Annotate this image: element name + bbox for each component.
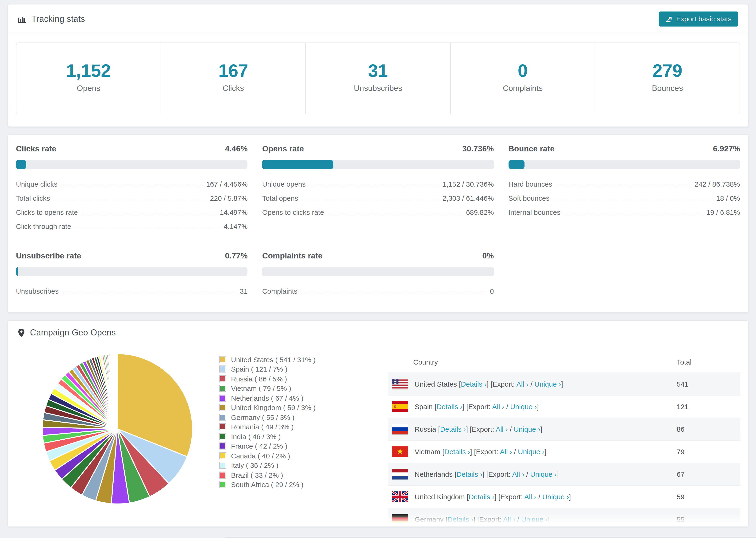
legend-item: United States ( 541 / 31% ) bbox=[219, 355, 387, 364]
legend-item: Netherlands ( 67 / 4% ) bbox=[219, 393, 387, 403]
rates-card: Clicks rate 4.46% Unique clicks 167 / 4.… bbox=[8, 134, 748, 313]
geo-card-header: Campaign Geo Opens bbox=[8, 321, 748, 345]
geo-table-row: Vietnam [Details ›] [Export: All › / Uni… bbox=[388, 440, 740, 463]
rate-detail-label: Internal bounces bbox=[508, 208, 561, 216]
dotted-leader bbox=[553, 200, 713, 200]
legend-swatch bbox=[219, 414, 226, 421]
rate-percent: 6.927% bbox=[713, 144, 740, 154]
legend-swatch bbox=[219, 375, 226, 382]
export-all-link[interactable]: All › bbox=[512, 470, 524, 478]
legend-label: United States ( 541 / 31% ) bbox=[231, 355, 315, 364]
legend-swatch bbox=[219, 366, 226, 373]
details-link[interactable]: Details › bbox=[440, 425, 466, 433]
export-unique-link[interactable]: Unique › bbox=[510, 403, 537, 410]
legend-item: Germany ( 55 / 3% ) bbox=[219, 412, 387, 422]
rate-title: Clicks rate bbox=[16, 144, 56, 154]
export-all-link[interactable]: All › bbox=[496, 425, 508, 433]
export-basic-stats-button[interactable]: Export basic stats bbox=[659, 12, 738, 27]
country-total: 55 bbox=[673, 508, 740, 526]
legend-swatch bbox=[219, 356, 226, 363]
legend-label: Italy ( 36 / 2% ) bbox=[231, 461, 279, 469]
rate-detail-label: Total opens bbox=[262, 194, 298, 202]
details-link[interactable]: Details › bbox=[448, 515, 473, 523]
export-all-link[interactable]: All › bbox=[516, 380, 529, 388]
export-unique-link[interactable]: Unique › bbox=[542, 493, 569, 501]
rate-detail-row: Opens to clicks rate 689.82% bbox=[262, 205, 494, 219]
rate-progress-fill bbox=[262, 160, 333, 169]
rate-detail-value: 1,152 / 30.736% bbox=[443, 180, 494, 188]
rate-detail-value: 18 / 0% bbox=[716, 194, 740, 202]
rate-detail-value: 0 bbox=[490, 287, 494, 295]
rate-detail-row: Unique opens 1,152 / 30.736% bbox=[262, 177, 494, 191]
export-all-link[interactable]: All › bbox=[492, 403, 504, 410]
rate-detail-label: Opens to clicks rate bbox=[262, 208, 324, 216]
stat-cell: 0 Complaints bbox=[451, 43, 595, 114]
legend-item: Romania ( 49 / 3% ) bbox=[219, 422, 387, 432]
rate-detail-label: Clicks to opens rate bbox=[16, 208, 78, 216]
rate-detail-value: 242 / 86.738% bbox=[695, 180, 740, 188]
rate-title: Complaints rate bbox=[262, 251, 323, 261]
geo-card-title: Campaign Geo Opens bbox=[18, 328, 116, 338]
rate-progress-bar bbox=[16, 160, 248, 169]
legend-item: India ( 46 / 3% ) bbox=[219, 432, 387, 441]
legend-label: Russia ( 86 / 5% ) bbox=[231, 375, 287, 383]
stat-cell: 167 Clicks bbox=[161, 43, 306, 114]
legend-item: Vietnam ( 79 / 5% ) bbox=[219, 384, 387, 393]
rate-detail-row: Total opens 2,303 / 61.446% bbox=[262, 191, 494, 205]
geo-table-row: United Kingdom [Details ›] [Export: All … bbox=[388, 485, 740, 508]
legend-label: France ( 42 / 2% ) bbox=[231, 442, 287, 450]
export-unique-link[interactable]: Unique › bbox=[534, 380, 561, 388]
stat-label: Unsubscribes bbox=[306, 84, 450, 93]
country-total: 79 bbox=[673, 440, 740, 463]
country-name: Germany bbox=[415, 515, 446, 523]
stat-label: Bounces bbox=[595, 84, 739, 93]
legend-label: Netherlands ( 67 / 4% ) bbox=[231, 394, 303, 402]
legend-swatch bbox=[219, 395, 226, 402]
rate-title: Unsubscribe rate bbox=[16, 251, 81, 261]
country-total: 67 bbox=[673, 463, 740, 485]
geo-table: Country Total United States [Details ›] … bbox=[388, 351, 740, 526]
export-unique-link[interactable]: Unique › bbox=[518, 448, 544, 456]
details-link[interactable]: Details › bbox=[461, 380, 487, 388]
geo-table-row: Russia [Details ›] [Export: All › / Uniq… bbox=[388, 418, 740, 440]
legend-swatch bbox=[219, 404, 226, 411]
export-all-link[interactable]: All › bbox=[503, 515, 515, 523]
country-total: 86 bbox=[673, 418, 740, 440]
dotted-leader bbox=[61, 186, 203, 186]
geo-table-header-row: Country Total bbox=[388, 351, 740, 373]
rate-detail-label: Unique clicks bbox=[16, 180, 58, 188]
legend-label: Germany ( 55 / 3% ) bbox=[231, 413, 295, 421]
flag-vn-icon bbox=[392, 446, 408, 457]
dotted-leader bbox=[556, 186, 691, 186]
stat-cell: 31 Unsubscribes bbox=[306, 43, 451, 114]
geo-card-title-text: Campaign Geo Opens bbox=[30, 328, 116, 338]
country-name: Russia bbox=[415, 425, 438, 433]
rate-detail-label: Unique opens bbox=[262, 180, 306, 188]
rate-detail-value: 14.497% bbox=[220, 208, 247, 216]
geo-table-row: Germany [Details ›] [Export: All › / Uni… bbox=[388, 508, 740, 526]
details-link[interactable]: Details › bbox=[444, 448, 470, 456]
export-unique-link[interactable]: Unique › bbox=[530, 470, 557, 478]
stat-cell: 1,152 Opens bbox=[17, 43, 161, 114]
rate-detail-value: 19 / 6.81% bbox=[706, 208, 740, 216]
map-pin-icon bbox=[18, 328, 25, 337]
rate-title: Opens rate bbox=[262, 144, 304, 154]
stat-label: Clicks bbox=[161, 84, 305, 93]
details-link[interactable]: Details › bbox=[436, 403, 462, 410]
export-icon bbox=[665, 16, 673, 23]
horizontal-scrollbar[interactable] bbox=[0, 537, 756, 538]
details-link[interactable]: Details › bbox=[457, 470, 482, 478]
rate-detail-label: Unsubscribes bbox=[16, 287, 59, 295]
export-all-link[interactable]: All › bbox=[524, 493, 536, 501]
horizontal-scrollbar-thumb[interactable] bbox=[225, 537, 756, 538]
export-unique-link[interactable]: Unique › bbox=[521, 515, 548, 523]
export-unique-link[interactable]: Unique › bbox=[514, 425, 540, 433]
country-total: 541 bbox=[673, 373, 740, 395]
rate-detail-label: Complaints bbox=[262, 287, 297, 295]
export-all-link[interactable]: All › bbox=[500, 448, 512, 456]
dotted-leader bbox=[62, 293, 237, 293]
details-link[interactable]: Details › bbox=[469, 493, 495, 501]
country-name: United Kingdom bbox=[415, 493, 467, 501]
dotted-leader bbox=[564, 214, 703, 214]
legend-swatch bbox=[219, 443, 226, 450]
